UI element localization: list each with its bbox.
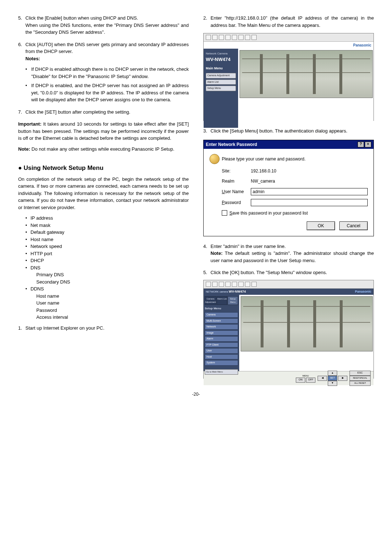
setup-item-ftp[interactable]: FTP Client — [205, 342, 238, 348]
screenshot-main-menu: Panasonic Network Camera WV-NW474 Main M… — [203, 33, 374, 121]
right-column: 2. Enter "http://192.168.0.10" (the defa… — [203, 15, 374, 380]
camera-adjustment-button[interactable]: Camera Adjustment — [206, 73, 236, 78]
toolbar-button[interactable] — [238, 35, 244, 40]
list-item: IP address — [30, 215, 53, 222]
toolbar-button[interactable] — [232, 35, 237, 40]
save-password-checkbox[interactable] — [222, 210, 227, 216]
list-subitem: Primary DNS — [18, 271, 189, 278]
tab-setup-menu[interactable]: Setup Menu — [228, 296, 238, 305]
important-label: Important: — [18, 121, 41, 127]
step4-note-text: The default setting is "admin". The admi… — [211, 250, 374, 263]
dialog-title: Enter Network Password — [206, 141, 257, 148]
step5-text-b: When using the DNS functions, enter the … — [25, 23, 189, 35]
menu-off-button[interactable]: OFF — [306, 378, 315, 383]
brand-label: Panasonic — [355, 289, 371, 294]
list-item: DDNS — [30, 285, 44, 293]
note-label: Note: — [18, 146, 30, 152]
auth-dialog: Enter Network Password ? × Please type y… — [203, 140, 374, 236]
list-item: HTTP port — [30, 250, 52, 257]
step-number: 5. — [18, 15, 25, 36]
step-number: 4. — [203, 243, 211, 264]
note1-text: If DHCP is enabled although there is no … — [31, 66, 189, 80]
bullet-icon: • — [25, 82, 31, 103]
toolbar-button[interactable] — [219, 35, 224, 40]
step6-text: Click [AUTO] when the DNS server gets pr… — [25, 42, 189, 54]
reset-special-button[interactable]: RESET/SPECIAL — [350, 376, 371, 381]
toolbar-button[interactable] — [206, 282, 211, 287]
toolbar-button[interactable] — [206, 35, 211, 40]
step5-text: Click the [OK] button. The "Setup Menu" … — [211, 269, 374, 276]
setup-menu-title: Setup Menu — [205, 306, 238, 311]
brand-label: Panasonic — [204, 42, 373, 49]
save-password-label: Save this password in your password list — [229, 210, 308, 216]
password-label: Password — [222, 199, 251, 206]
realm-value: NW_camera — [251, 178, 368, 184]
setup-item-image[interactable]: Image — [205, 330, 238, 336]
arrow-down-icon[interactable]: ▼ — [328, 381, 337, 386]
step4-note-label: Note: — [211, 250, 222, 256]
list-item: Host name — [30, 236, 53, 243]
toolbar-button[interactable] — [225, 282, 230, 287]
realm-label: Realm — [222, 178, 251, 184]
dialog-prompt: Please type your user name and password. — [222, 156, 306, 162]
setup-menu-button[interactable]: Setup Menu — [206, 86, 236, 91]
menu-label: MENU — [302, 374, 309, 378]
toolbar-button[interactable] — [219, 282, 224, 287]
go-main-menu-button[interactable]: Go to Main Menu — [205, 369, 238, 375]
toolbar-button[interactable] — [212, 282, 217, 287]
cancel-button[interactable]: Cancel — [339, 221, 368, 230]
alarm-list-button[interactable]: Alarm List — [206, 80, 236, 85]
tab-alarm-list[interactable]: Alarm List — [217, 296, 227, 305]
toolbar-button[interactable] — [225, 35, 230, 40]
step-number: 3. — [203, 127, 211, 135]
list-subitem: Access interval — [18, 314, 189, 321]
note-text: Do not make any other settings while exe… — [30, 146, 174, 152]
camera-live-view — [240, 50, 373, 98]
esc-button[interactable]: ESC — [350, 371, 371, 376]
help-icon[interactable]: ? — [358, 142, 364, 147]
toolbar-button[interactable] — [232, 282, 237, 287]
list-item: DNS — [30, 264, 40, 272]
bullet-icon: • — [25, 66, 31, 80]
ok-button[interactable]: OK — [307, 221, 335, 230]
model-label: WV-NW474 — [229, 290, 246, 293]
setup-item-host[interactable]: Host — [205, 354, 238, 360]
left-column: 5. Click the [Enable] button when using … — [18, 15, 189, 380]
arrow-left-icon[interactable]: ◀ — [318, 376, 327, 381]
setup-item-multiscreen[interactable]: Multi-Screen — [205, 318, 238, 324]
list-subitem: Secondary DNS — [18, 278, 189, 286]
arrow-right-icon[interactable]: ▶ — [338, 376, 347, 381]
setup-item-camera[interactable]: Camera — [205, 312, 238, 318]
sidebar: Camera Adjustment Alarm List Setup Menu … — [204, 295, 239, 371]
toolbar-button[interactable] — [238, 282, 244, 287]
setup-item-system[interactable]: System — [205, 360, 238, 366]
main-menu-title: Main Menu — [206, 66, 236, 71]
network-camera-logo: NETWORK camera — [206, 290, 228, 293]
toolbar-button[interactable] — [252, 35, 257, 40]
toolbar-button[interactable] — [245, 35, 250, 40]
sidebar: Network Camera WV-NW474 Main Menu Camera… — [204, 49, 238, 128]
username-input[interactable] — [251, 188, 368, 195]
list-item: Default gateway — [30, 229, 64, 236]
menu-on-button[interactable]: ON — [296, 378, 305, 383]
arrow-up-icon[interactable]: ▲ — [328, 371, 337, 376]
list-item: Net mask — [30, 222, 50, 229]
password-input[interactable] — [251, 199, 368, 206]
tab-camera-adjustment[interactable]: Camera Adjustment — [205, 296, 216, 305]
setup-item-network[interactable]: Network — [205, 324, 238, 330]
site-value: 192.168.0.10 — [251, 168, 368, 174]
toolbar-button[interactable] — [245, 282, 250, 287]
toolbar-button[interactable] — [252, 282, 257, 287]
setup-item-user[interactable]: User — [205, 348, 238, 354]
setup-item-alarm[interactable]: Alarm — [205, 336, 238, 342]
username-label: User Name — [222, 188, 251, 195]
step1-text: Start up Internet Explorer on your PC. — [25, 325, 189, 332]
close-icon[interactable]: × — [365, 142, 371, 147]
model-label: WV-NW474 — [206, 56, 236, 63]
network-camera-label: Network Camera — [206, 52, 236, 56]
important-text: It takes around 10 seconds for settings … — [18, 121, 189, 141]
set-button[interactable]: SET — [328, 376, 337, 381]
note2-text: If DHCP is enabled, and the DHCP server … — [31, 82, 189, 103]
all-reset-button[interactable]: ALL RESET — [350, 381, 371, 386]
toolbar-button[interactable] — [212, 35, 217, 40]
